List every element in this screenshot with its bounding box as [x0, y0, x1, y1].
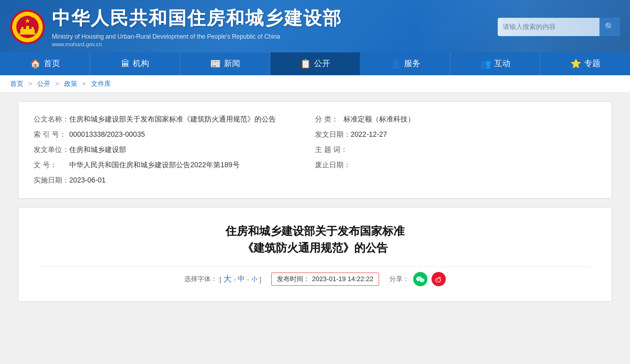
info-grid: 公文名称： 住房和城乡建设部关于发布国家标准《建筑防火通用规范》的公告 索 引 …: [34, 112, 596, 188]
doc-ref-label: 索 引 号：: [34, 130, 69, 139]
wechat-icon: [416, 275, 424, 283]
breadcrumb-sep-2: >: [55, 80, 59, 87]
font-sep-2: -: [247, 276, 249, 283]
breadcrumb-wenjianku[interactable]: 文件库: [91, 80, 111, 87]
doc-issuedate-value: 2022-12-27: [351, 130, 596, 138]
site-title-cn: 中华人民共和国住房和城乡建设部: [52, 6, 342, 31]
header: 中华人民共和国住房和城乡建设部 Ministry of Housing and …: [0, 0, 630, 52]
nav-xinwen[interactable]: 📰 新闻: [180, 52, 270, 75]
breadcrumb-home[interactable]: 首页: [10, 80, 23, 87]
breadcrumb: 首页 > 公开 > 政策 > 文件库: [0, 75, 630, 93]
bracket-close: ]: [260, 276, 262, 283]
doc-impl-row: 实施日期： 2023-06-01: [34, 173, 315, 188]
publish-time: 2023-01-19 14:22:22: [312, 275, 374, 283]
share-wechat-btn[interactable]: [413, 272, 427, 286]
doc-category-value: 标准定额（标准科技）: [343, 115, 596, 124]
main-content: 公文名称： 住房和城乡建设部关于发布国家标准《建筑防火通用规范》的公告 索 引 …: [10, 101, 620, 302]
font-size-selector: 选择字体： [ 大 - 中 - 小 ]: [184, 274, 261, 285]
article-title-line2: 《建筑防火通用规范》的公告: [39, 239, 591, 256]
doc-no-row: 文 号： 中华人民共和国住房和城乡建设部公告2022年第189号: [34, 158, 315, 173]
gongkai-icon: 📋: [300, 58, 311, 69]
bracket-open: [: [219, 276, 221, 283]
xinwen-icon: 📰: [210, 58, 221, 69]
font-medium-btn[interactable]: 中: [238, 275, 245, 284]
doc-title-label: 公文名称：: [34, 115, 69, 124]
doc-expire-label: 废止日期：: [315, 161, 351, 170]
nav-jigou-label: 机构: [133, 58, 149, 69]
article-meta: 选择字体： [ 大 - 中 - 小 ] 发布时间： 2023-01-19 14:…: [39, 266, 591, 291]
doc-issuer-value: 住房和城乡建设部: [69, 145, 315, 155]
nav-hudong[interactable]: 👥 互动: [450, 52, 540, 75]
nav-zhuanti[interactable]: ⭐ 专题: [540, 52, 630, 75]
search-input[interactable]: [498, 23, 599, 31]
font-size-label: 选择字体：: [184, 275, 217, 284]
info-left: 公文名称： 住房和城乡建设部关于发布国家标准《建筑防火通用规范》的公告 索 引 …: [34, 112, 315, 188]
doc-keyword-label: 主 题 词：: [315, 145, 348, 155]
info-right: 分 类： 标准定额（标准科技） 发文日期： 2022-12-27 主 题 词： …: [315, 112, 596, 188]
svg-point-12: [437, 280, 438, 281]
fuwu-icon: 👤: [390, 58, 401, 69]
font-large-btn[interactable]: 大: [223, 274, 232, 285]
nav-gongkai-label: 公开: [314, 58, 330, 69]
breadcrumb-sep-3: >: [82, 80, 86, 87]
article-title-line1: 住房和城乡建设部关于发布国家标准: [39, 223, 591, 239]
article-title: 住房和城乡建设部关于发布国家标准 《建筑防火通用规范》的公告: [39, 223, 591, 256]
nav-fuwu[interactable]: 👤 服务: [360, 52, 450, 75]
doc-info-card: 公文名称： 住房和城乡建设部关于发布国家标准《建筑防火通用规范》的公告 索 引 …: [18, 101, 612, 199]
breadcrumb-zhengce[interactable]: 政策: [64, 80, 77, 87]
share-weibo-btn[interactable]: [432, 272, 446, 286]
doc-expire-row: 废止日期：: [315, 158, 596, 173]
doc-title-row: 公文名称： 住房和城乡建设部关于发布国家标准《建筑防火通用规范》的公告: [34, 112, 315, 127]
breadcrumb-gongkai[interactable]: 公开: [37, 80, 50, 87]
logo-area: 中华人民共和国住房和城乡建设部 Ministry of Housing and …: [10, 6, 342, 47]
nav-home-label: 首页: [44, 58, 60, 69]
publish-time-box: 发布时间： 2023-01-19 14:22:22: [271, 272, 379, 286]
svg-rect-6: [26, 26, 29, 31]
doc-issuer-label: 发文单位：: [34, 145, 69, 155]
doc-title-value: 住房和城乡建设部关于发布国家标准《建筑防火通用规范》的公告: [69, 115, 315, 124]
svg-rect-4: [19, 33, 36, 35]
weibo-icon: [435, 275, 443, 283]
doc-category-label: 分 类：: [315, 115, 343, 124]
doc-impl-value: 2023-06-01: [69, 176, 315, 184]
svg-point-13: [438, 280, 439, 281]
doc-category-row: 分 类： 标准定额（标准科技）: [315, 112, 596, 127]
site-title-en: Ministry of Housing and Urban-Rural Deve…: [52, 33, 342, 40]
main-nav: 🏠 首页 🏛 机构 📰 新闻 📋 公开 👤 服务 👥 互动 ⭐ 专题: [0, 52, 630, 75]
home-icon: 🏠: [30, 58, 41, 69]
nav-home[interactable]: 🏠 首页: [0, 52, 90, 75]
title-area: 中华人民共和国住房和城乡建设部 Ministry of Housing and …: [52, 6, 342, 47]
national-emblem: [10, 10, 45, 44]
zhuanti-icon: ⭐: [570, 58, 581, 69]
doc-issuedate-row: 发文日期： 2022-12-27: [315, 127, 596, 142]
share-area: 分享：: [389, 272, 446, 286]
svg-rect-5: [21, 27, 23, 31]
nav-zhuanti-label: 专题: [584, 58, 600, 69]
nav-xinwen-label: 新闻: [224, 58, 240, 69]
svg-point-11: [436, 278, 441, 282]
nav-fuwu-label: 服务: [404, 58, 420, 69]
doc-ref-row: 索 引 号： 000013338/2023-00035: [34, 127, 315, 142]
doc-no-label: 文 号：: [34, 161, 69, 170]
font-small-btn[interactable]: 小: [251, 275, 257, 284]
nav-gongkai[interactable]: 📋 公开: [270, 52, 360, 75]
article-card: 住房和城乡建设部关于发布国家标准 《建筑防火通用规范》的公告 选择字体： [ 大…: [18, 207, 612, 302]
doc-issuer-row: 发文单位： 住房和城乡建设部: [34, 142, 315, 158]
breadcrumb-sep-1: >: [28, 80, 33, 87]
jigou-icon: 🏛: [121, 59, 130, 69]
header-top: 中华人民共和国住房和城乡建设部 Ministry of Housing and …: [0, 0, 630, 52]
publish-label: 发布时间：: [277, 275, 310, 283]
doc-ref-value: 000013338/2023-00035: [69, 130, 315, 138]
nav-hudong-label: 互动: [494, 58, 510, 69]
share-label: 分享：: [389, 275, 409, 284]
search-button[interactable]: 🔍: [599, 18, 620, 36]
nav-jigou[interactable]: 🏛 机构: [90, 52, 180, 75]
doc-no-value: 中华人民共和国住房和城乡建设部公告2022年第189号: [69, 161, 315, 170]
font-sep-1: -: [234, 276, 236, 283]
doc-impl-label: 实施日期：: [34, 176, 69, 185]
hudong-icon: 👥: [480, 58, 491, 69]
doc-issuedate-label: 发文日期：: [315, 130, 351, 139]
svg-rect-7: [32, 27, 34, 31]
site-url: www.mohurd.gov.cn: [52, 41, 342, 47]
search-box[interactable]: 🔍: [498, 18, 620, 36]
